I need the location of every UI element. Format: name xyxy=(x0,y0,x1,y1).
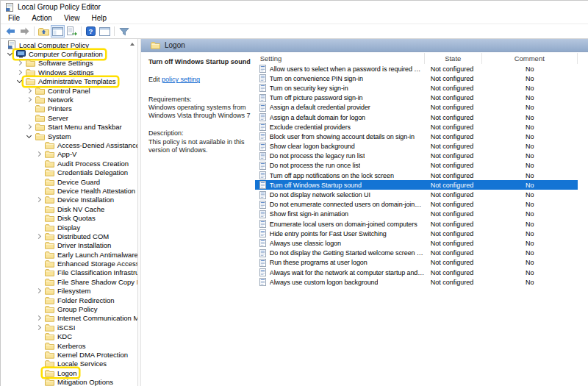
tree-item-disk-quotas[interactable]: Disk Quotas xyxy=(1,213,137,222)
tree-item-access-denied-assistance[interactable]: Access-Denied Assistance xyxy=(1,140,137,149)
chevron-right-icon[interactable] xyxy=(34,289,43,293)
menu-item-file[interactable]: File xyxy=(2,13,26,24)
column-header-state[interactable]: State xyxy=(425,53,482,64)
toolbar-button-help-icon[interactable]: ? xyxy=(84,25,98,37)
chevron-right-icon[interactable] xyxy=(15,71,24,74)
tree-item-kdc[interactable]: KDC xyxy=(1,332,137,341)
list-row-turn-off-app-notifications-on-the-lock-s[interactable]: Turn off app notifications on the lock s… xyxy=(255,171,588,180)
column-header-setting[interactable]: Setting xyxy=(255,53,425,64)
tree-item-windows-settings[interactable]: Windows Settings xyxy=(1,68,137,76)
tree-scrollbar[interactable] xyxy=(129,41,136,50)
menu-item-action[interactable]: Action xyxy=(26,13,58,24)
cell-state: Not configured xyxy=(425,200,482,210)
list-row-turn-on-security-key-sign-in[interactable]: Turn on security key sign-inNot configur… xyxy=(255,83,588,93)
toolbar-button-console-window-icon[interactable] xyxy=(98,25,112,37)
chevron-right-icon[interactable] xyxy=(34,152,43,156)
list-row-show-clear-logon-background[interactable]: Show clear logon backgroundNot configure… xyxy=(255,142,588,151)
list-row-always-wait-for-the-network-at-computer-[interactable]: Always wait for the network at computer … xyxy=(255,268,588,277)
list-row-enumerate-local-users-on-domain-joined-c[interactable]: Enumerate local users on domain-joined c… xyxy=(255,219,588,229)
tree-item-group-policy[interactable]: Group Policy xyxy=(1,304,137,313)
tree-item-driver-installation[interactable]: Driver Installation xyxy=(1,241,137,250)
list-row-turn-off-windows-startup-sound[interactable]: Turn off Windows Startup soundNot config… xyxy=(255,180,588,190)
chevron-right-icon[interactable] xyxy=(24,125,33,129)
chevron-right-icon[interactable] xyxy=(34,326,43,329)
list-row-do-not-process-the-legacy-run-list[interactable]: Do not process the legacy run listNot co… xyxy=(255,151,588,161)
list-row-do-not-enumerate-connected-users-on-doma[interactable]: Do not enumerate connected users on doma… xyxy=(255,200,588,210)
menu-item-view[interactable]: View xyxy=(58,13,86,24)
toolbar-button-back-icon[interactable] xyxy=(4,25,18,37)
tree-item-logon[interactable]: Logon xyxy=(1,368,137,377)
tree-item-display[interactable]: Display xyxy=(1,223,137,232)
tree-item-folder-redirection[interactable]: Folder Redirection xyxy=(1,296,137,304)
chevron-down-icon[interactable] xyxy=(24,135,33,137)
tree-item-device-guard[interactable]: Device Guard xyxy=(1,177,137,186)
tree-item-computer-configuration[interactable]: Computer Configuration xyxy=(1,49,137,58)
list-row-turn-on-convenience-pin-sign-in[interactable]: Turn on convenience PIN sign-inNot confi… xyxy=(255,74,588,83)
tree-item-disk-nv-cache[interactable]: Disk NV Cache xyxy=(1,204,137,213)
tree-item-iscsi[interactable]: iSCSI xyxy=(1,323,137,332)
tree-item-administrative-templates[interactable]: Administrative Templates xyxy=(1,77,137,86)
tree-item-mitigation-options[interactable]: Mitigation Options xyxy=(1,377,137,386)
chevron-right-icon[interactable] xyxy=(15,61,24,65)
chevron-right-icon[interactable] xyxy=(24,98,33,101)
tree-item-internet-communication-m[interactable]: Internet Communication M xyxy=(1,314,137,323)
tree-item-system[interactable]: System xyxy=(1,132,137,140)
chevron-down-icon[interactable] xyxy=(5,53,14,55)
chevron-down-icon[interactable] xyxy=(15,80,24,82)
list-row-run-these-programs-at-user-logon[interactable]: Run these programs at user logonNot conf… xyxy=(255,258,588,268)
tree-item-network[interactable]: Network xyxy=(1,95,137,104)
toolbar-button-forward-icon[interactable] xyxy=(18,25,32,37)
folder-icon xyxy=(45,324,54,332)
list-row-always-use-custom-logon-background[interactable]: Always use custom logon backgroundNot co… xyxy=(255,277,588,287)
chevron-right-icon[interactable] xyxy=(34,235,43,238)
list-row-block-user-from-showing-account-details-[interactable]: Block user from showing account details … xyxy=(255,132,588,141)
list-row-assign-a-default-credential-provider[interactable]: Assign a default credential providerNot … xyxy=(255,103,588,112)
list-row-turn-off-picture-password-sign-in[interactable]: Turn off picture password sign-inNot con… xyxy=(255,93,588,103)
tree-item-locale-services[interactable]: Locale Services xyxy=(1,360,137,368)
toolbar-button-up-one-level-icon[interactable] xyxy=(37,25,51,37)
toolbar-button-export-list-icon[interactable] xyxy=(65,25,79,37)
list-row-do-not-display-network-selection-ui[interactable]: Do not display network selection UINot c… xyxy=(255,190,588,199)
list-row-do-not-process-the-run-once-list[interactable]: Do not process the run once listNot conf… xyxy=(255,161,588,171)
tree-item-device-installation[interactable]: Device Installation xyxy=(1,196,137,204)
tree-item-start-menu-and-taskbar[interactable]: Start Menu and Taskbar xyxy=(1,123,137,132)
list-row-assign-a-default-domain-for-logon[interactable]: Assign a default domain for logonNot con… xyxy=(255,112,588,122)
tree-item-enhanced-storage-access[interactable]: Enhanced Storage Access xyxy=(1,259,137,268)
tree-item-filesystem[interactable]: Filesystem xyxy=(1,287,137,296)
toolbar-button-show-console-tree-icon[interactable] xyxy=(51,25,65,37)
tree-item-file-classification-infrastru[interactable]: File Classification Infrastru xyxy=(1,268,137,277)
chevron-right-icon[interactable] xyxy=(34,198,43,201)
tree-item-audit-process-creation[interactable]: Audit Process Creation xyxy=(1,159,137,168)
tree-item-kerberos[interactable]: Kerberos xyxy=(1,341,137,350)
chevron-right-icon[interactable] xyxy=(34,316,43,320)
menu-item-help[interactable]: Help xyxy=(85,13,112,24)
folder-icon xyxy=(45,305,54,313)
folder-icon xyxy=(35,132,45,140)
list-row-hide-entry-points-for-fast-user-switchin[interactable]: Hide entry points for Fast User Switchin… xyxy=(255,229,588,238)
column-header-comment[interactable]: Comment xyxy=(482,53,578,64)
tree-item-local-computer-policy[interactable]: Local Computer Policy xyxy=(1,40,137,49)
setting-text: Do not display network selection UI xyxy=(270,191,370,199)
tree-item-early-launch-antimalware[interactable]: Early Launch Antimalware xyxy=(1,250,137,259)
tree-item-credentials-delegation[interactable]: Credentials Delegation xyxy=(1,168,137,176)
list-row-allow-users-to-select-when-a-password-is[interactable]: Allow users to select when a password is… xyxy=(255,64,588,74)
extended-description-panel: Turn off Windows Startup sound Edit poli… xyxy=(141,52,255,386)
tree-item-printers[interactable]: Printers xyxy=(1,104,137,113)
list-row-always-use-classic-logon[interactable]: Always use classic logonNot configuredNo xyxy=(255,238,588,248)
tree-item-device-health-attestation-s[interactable]: Device Health Attestation S xyxy=(1,186,137,195)
tree-item-app-v[interactable]: App-V xyxy=(1,150,137,159)
toolbar-button-filter-icon[interactable] xyxy=(117,25,131,37)
tree-item-distributed-com[interactable]: Distributed COM xyxy=(1,232,137,240)
tree-item-file-share-shadow-copy-pr[interactable]: File Share Shadow Copy Pr xyxy=(1,277,137,286)
policy-setting-link[interactable]: policy setting xyxy=(162,76,200,83)
chevron-right-icon[interactable] xyxy=(24,89,33,93)
tree-item-software-settings[interactable]: Software Settings xyxy=(1,59,137,68)
tree-item-server[interactable]: Server xyxy=(1,113,137,122)
list-row-exclude-credential-providers[interactable]: Exclude credential providersNot configur… xyxy=(255,122,588,132)
folder-icon xyxy=(45,187,54,195)
tree-item-kernel-dma-protection[interactable]: Kernel DMA Protection xyxy=(1,350,137,359)
setting-text: Turn on convenience PIN sign-in xyxy=(270,75,363,82)
tree-item-control-panel[interactable]: Control Panel xyxy=(1,86,137,95)
list-row-show-first-sign-in-animation[interactable]: Show first sign-in animationNot configur… xyxy=(255,210,588,219)
list-row-do-not-display-the-getting-started-welco[interactable]: Do not display the Getting Started welco… xyxy=(255,249,588,258)
